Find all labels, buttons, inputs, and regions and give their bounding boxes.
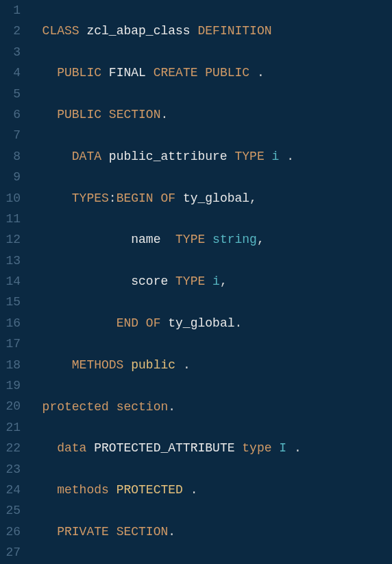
line-number: 12 <box>0 229 21 250</box>
code-line: PUBLIC SECTION. <box>27 104 392 125</box>
line-number: 17 <box>0 333 21 354</box>
code-line: PRIVATE SECTION. <box>27 521 392 542</box>
line-number: 20 <box>0 396 21 416</box>
line-number: 22 <box>0 438 21 458</box>
code-line: data PROTECTED_ATTRIBUTE type I . <box>27 438 392 458</box>
line-number: 15 <box>0 292 21 312</box>
line-number: 13 <box>0 250 21 271</box>
line-number: 23 <box>0 459 21 480</box>
line-number: 9 <box>0 167 21 187</box>
code-line: METHODS public . <box>27 355 392 375</box>
line-number: 2 <box>0 21 21 41</box>
line-number: 3 <box>0 42 21 62</box>
line-number: 19 <box>0 375 21 396</box>
line-number: 16 <box>0 313 21 333</box>
code-line: methods PROTECTED . <box>27 480 392 500</box>
code-line: score TYPE i, <box>27 271 392 292</box>
code-line: TYPES:BEGIN OF ty_global, <box>27 188 392 209</box>
line-number: 24 <box>0 480 21 500</box>
line-number: 4 <box>0 62 21 83</box>
line-number: 27 <box>0 542 21 563</box>
line-number: 8 <box>0 146 21 167</box>
line-number: 18 <box>0 355 21 375</box>
line-number: 6 <box>0 104 21 125</box>
line-number: 5 <box>0 84 21 104</box>
code-content[interactable]: CLASS zcl_abap_class DEFINITION PUBLIC F… <box>27 0 392 564</box>
line-number: 25 <box>0 500 21 521</box>
line-number: 10 <box>0 188 21 209</box>
code-line: CLASS zcl_abap_class DEFINITION <box>27 21 392 41</box>
line-number: 26 <box>0 521 21 542</box>
line-number-gutter: 1 2 3 4 5 6 7 8 9 10 11 12 13 14 15 16 1… <box>0 0 27 564</box>
code-line: DATA public_attribure TYPE i . <box>27 146 392 167</box>
code-line: protected section. <box>27 397 392 417</box>
line-number: 11 <box>0 209 21 229</box>
code-editor[interactable]: 1 2 3 4 5 6 7 8 9 10 11 12 13 14 15 16 1… <box>0 0 392 564</box>
code-line: END OF ty_global. <box>27 313 392 333</box>
code-line: PUBLIC FINAL CREATE PUBLIC . <box>27 62 392 83</box>
line-number: 21 <box>0 417 21 438</box>
code-line: name TYPE string, <box>27 229 392 250</box>
line-number: 7 <box>0 125 21 145</box>
line-number: 1 <box>0 0 21 21</box>
line-number: 14 <box>0 271 21 292</box>
